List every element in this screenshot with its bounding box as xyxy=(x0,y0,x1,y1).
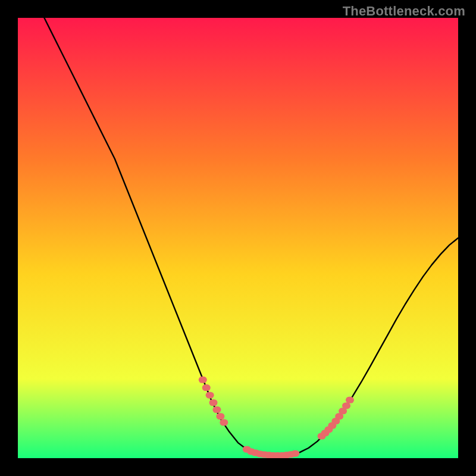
svg-rect-7 xyxy=(220,419,228,426)
svg-rect-0 xyxy=(18,18,458,458)
svg-rect-3 xyxy=(206,392,214,399)
svg-rect-1 xyxy=(199,377,207,383)
watermark-text: TheBottleneck.com xyxy=(343,4,465,19)
svg-rect-6 xyxy=(216,413,224,419)
bottleneck-curve-chart xyxy=(18,18,458,458)
svg-rect-27 xyxy=(342,402,350,409)
svg-rect-2 xyxy=(202,384,211,391)
svg-rect-19 xyxy=(291,450,299,457)
chart-frame: TheBottleneck.com xyxy=(0,0,476,476)
svg-rect-5 xyxy=(212,406,221,413)
svg-rect-28 xyxy=(346,397,354,403)
plot-area xyxy=(18,18,458,458)
svg-rect-4 xyxy=(209,399,218,406)
